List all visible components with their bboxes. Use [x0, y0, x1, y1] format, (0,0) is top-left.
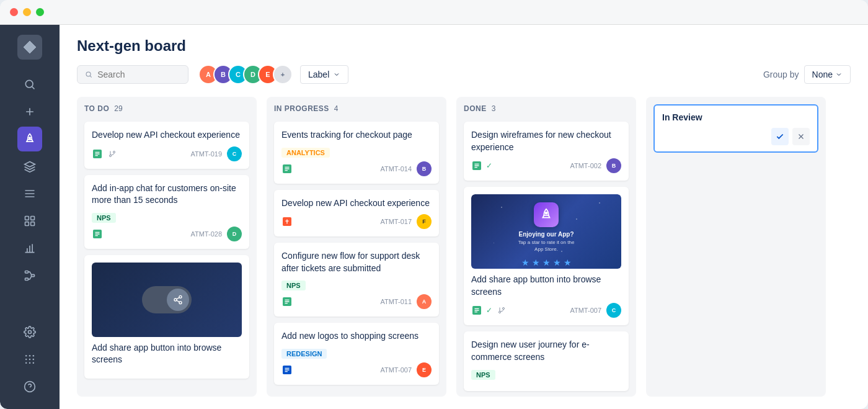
toolbar: A B C D E + Label Group by Non	[77, 65, 851, 84]
sidebar-backlog-icon[interactable]	[17, 154, 42, 179]
card-meta: ATMT-002 B	[570, 158, 621, 173]
close-button[interactable]	[10, 8, 18, 16]
column-done: DONE 3 Design wireframes for new checkou…	[456, 97, 636, 397]
card-meta: ATMT-019 C	[190, 146, 242, 161]
avatar-extra: +	[273, 65, 293, 84]
svg-point-10	[25, 355, 27, 357]
sidebar-reports-icon[interactable]	[17, 236, 42, 261]
column-inreview	[646, 97, 826, 397]
sidebar-board-icon[interactable]	[17, 209, 42, 233]
card-tag: REDESIGN	[281, 349, 327, 359]
check-icon: ✓	[486, 161, 492, 170]
sidebar-project-icon[interactable]	[17, 127, 42, 151]
app-logo	[17, 35, 42, 60]
card-atmt-014[interactable]: Events tracking for checkout page ANALYT…	[274, 122, 439, 184]
main-layout: Next-gen board A B C D E	[0, 25, 868, 409]
card-atmt-007-inprogress[interactable]: Add new logos to shopping screens REDESI…	[274, 323, 439, 385]
sidebar-help-icon[interactable]	[17, 374, 42, 399]
sidebar-create-icon[interactable]	[17, 99, 42, 124]
svg-point-26	[179, 301, 182, 303]
card-atmt-019[interactable]: Develop new API checkout experience	[84, 122, 249, 169]
card-tag: NPS	[471, 370, 495, 380]
column-title-input[interactable]	[662, 112, 810, 122]
column-count-inprogress: 4	[334, 104, 339, 113]
maximize-button[interactable]	[36, 8, 44, 16]
check-icon	[776, 132, 784, 141]
column-todo: TO DO 29 Develop new API checkout experi…	[77, 97, 257, 397]
sidebar-search-icon[interactable]	[17, 72, 42, 97]
card-tag: NPS	[281, 281, 306, 290]
story-icon	[92, 228, 103, 240]
card-title: Configure new flow for support desk afte…	[281, 250, 432, 274]
card-assignee-avatar: C	[227, 146, 242, 161]
card-id: ATMT-007	[380, 366, 412, 374]
card-atmt-017[interactable]: Develop new API checkout experience ATMT…	[274, 190, 439, 237]
card-footer: ATMT-028 D	[92, 227, 242, 241]
sidebar-settings-icon[interactable]	[17, 320, 42, 344]
svg-point-18	[33, 362, 35, 364]
check-icon: ✓	[486, 306, 492, 315]
story-icon	[281, 364, 293, 375]
search-icon	[85, 70, 92, 79]
card-title: Develop new API checkout experience	[281, 197, 432, 210]
confirm-column-button[interactable]	[771, 128, 789, 145]
column-title-input-container	[653, 104, 818, 153]
card-assignee-avatar: F	[417, 214, 432, 229]
card-footer: ATMT-017 F	[281, 214, 432, 229]
page-title: Next-gen board	[77, 37, 851, 55]
card-footer: ATMT-014 B	[281, 161, 432, 176]
svg-point-11	[29, 355, 31, 357]
minimize-button[interactable]	[23, 8, 31, 16]
card-assignee-avatar: A	[417, 294, 432, 309]
card-id: ATMT-007	[570, 307, 601, 314]
search-input[interactable]	[97, 70, 180, 79]
card-icons	[92, 228, 103, 240]
card-meta: ATMT-007 C	[570, 303, 621, 318]
cancel-column-button[interactable]	[792, 128, 810, 145]
card-icons: ✓	[471, 305, 507, 316]
stars-bg	[471, 194, 621, 269]
column-header-inprogress: IN PROGRESS 4	[274, 104, 439, 113]
share-icon	[173, 295, 183, 305]
card-footer: ATMT-019 C	[92, 146, 242, 161]
card-atmt-002[interactable]: Design wireframes for new checkout exper…	[464, 122, 629, 181]
story-icon	[471, 305, 482, 316]
main-content: Next-gen board A B C D E	[60, 25, 868, 409]
card-footer: ✓ ATMT-007 C	[471, 303, 621, 318]
card-meta: ATMT-014 B	[380, 161, 432, 176]
sidebar-roadmap-icon[interactable]	[17, 263, 42, 288]
card-title: Design new user journey for e-commerce s…	[471, 339, 621, 363]
card-title: Add share app button into browse screens	[471, 274, 621, 298]
column-title-todo: TO DO	[84, 104, 109, 113]
card-atmt-011[interactable]: Configure new flow for support desk afte…	[274, 243, 439, 317]
search-box[interactable]	[77, 65, 188, 84]
group-by-button[interactable]: None	[804, 65, 851, 84]
svg-rect-3	[31, 217, 35, 220]
card-share-todo[interactable]: Add share app button into browse screens	[84, 255, 249, 379]
story-icon	[281, 296, 293, 307]
card-id: ATMT-019	[190, 150, 222, 158]
column-header-done: DONE 3	[464, 104, 629, 113]
card-ecommerce[interactable]: Design new user journey for e-commerce s…	[464, 331, 629, 390]
card-meta: ATMT-028 D	[190, 227, 242, 241]
card-id: ATMT-028	[190, 230, 222, 238]
svg-point-16	[25, 362, 27, 364]
column-title-done: DONE	[464, 104, 487, 113]
card-id: ATMT-014	[380, 165, 412, 173]
sidebar-list-icon[interactable]	[17, 181, 42, 206]
svg-rect-4	[25, 222, 29, 226]
column-count-todo: 29	[114, 104, 122, 113]
card-assignee-avatar: B	[606, 158, 621, 173]
sidebar-apps-icon[interactable]	[17, 347, 42, 372]
card-meta: ATMT-007 E	[380, 362, 432, 377]
card-icons	[281, 364, 293, 375]
card-title: Add in-app chat for customers on-site mo…	[92, 182, 242, 207]
card-image	[92, 263, 242, 337]
card-assignee-avatar: D	[227, 227, 242, 241]
card-atmt-028[interactable]: Add in-app chat for customers on-site mo…	[84, 175, 249, 249]
card-assignee-avatar: C	[606, 303, 621, 318]
card-footer: ATMT-007 E	[281, 362, 432, 377]
label-filter-button[interactable]: Label	[300, 65, 348, 84]
card-meta: ATMT-017 F	[380, 214, 432, 229]
card-atmt-007-done[interactable]: Enjoying our App? Tap a star to rate it …	[464, 187, 629, 325]
